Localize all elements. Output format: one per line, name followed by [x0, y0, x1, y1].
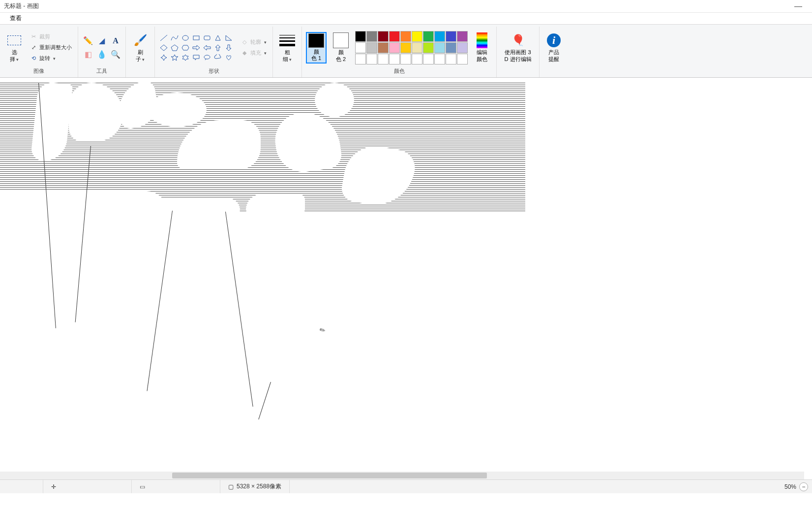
svg-marker-12: [226, 45, 231, 51]
color-swatch[interactable]: [400, 54, 411, 64]
svg-point-16: [204, 55, 210, 59]
color-swatch[interactable]: [355, 31, 366, 42]
color-swatch[interactable]: [423, 31, 434, 42]
status-dimensions: ▢ 5328 × 2588像素: [220, 480, 290, 493]
group-paint3d: 🎈 使用画图 3 D 进行编辑: [497, 27, 540, 77]
svg-marker-15: [182, 55, 188, 61]
zoom-control: 50% −: [784, 482, 808, 491]
shape-callout-oval[interactable]: [202, 53, 212, 62]
shape-callout-rect[interactable]: [191, 53, 201, 62]
color-swatch[interactable]: [366, 54, 377, 64]
group-shapes-label: 形状: [209, 66, 219, 75]
pencil-tool[interactable]: ✏️: [82, 35, 94, 47]
color-swatch[interactable]: [457, 31, 468, 42]
shape-arrow-r[interactable]: [191, 43, 201, 52]
shape-polygon[interactable]: [213, 33, 223, 42]
outline-button[interactable]: ◇轮廓: [239, 37, 269, 47]
color-swatch[interactable]: [423, 42, 434, 53]
shape-arrow-u[interactable]: [213, 43, 223, 52]
svg-marker-8: [182, 45, 189, 50]
menu-view[interactable]: 查看: [6, 13, 26, 24]
color-swatch[interactable]: [412, 54, 422, 64]
magnifier-tool[interactable]: 🔍: [110, 49, 121, 61]
color-swatch[interactable]: [378, 54, 389, 64]
color1-button[interactable]: 颜 色 1: [306, 32, 327, 64]
crop-button[interactable]: ✂裁剪: [28, 32, 74, 42]
svg-marker-13: [161, 55, 167, 61]
canvas[interactable]: ✎: [0, 78, 812, 479]
color-swatch[interactable]: [366, 42, 377, 53]
color-swatch[interactable]: [389, 31, 400, 42]
statusbar: ✛ ▭ ▢ 5328 × 2588像素 50% −: [0, 479, 812, 493]
group-image: 选 择 ✂裁剪 ⤢重新调整大小 ⟲旋转 图像: [0, 27, 78, 77]
color-swatch[interactable]: [378, 42, 389, 53]
svg-marker-10: [204, 45, 211, 50]
color-swatch[interactable]: [457, 42, 468, 53]
color-swatch[interactable]: [389, 42, 400, 53]
ribbon: 选 择 ✂裁剪 ⤢重新调整大小 ⟲旋转 图像 ✏️ ◢ A ◧ 💧 🔍 工具: [0, 25, 812, 78]
shapes-gallery[interactable]: [159, 33, 234, 62]
titlebar: 无标题 - 画图 —: [0, 0, 812, 13]
scrollbar-thumb[interactable]: [172, 473, 487, 478]
svg-marker-6: [160, 45, 167, 51]
color-swatch[interactable]: [400, 31, 411, 42]
color-swatch[interactable]: [355, 54, 366, 64]
shape-triangle[interactable]: [224, 33, 234, 42]
shape-diamond[interactable]: [159, 43, 169, 52]
color-swatch[interactable]: [412, 31, 422, 42]
zoom-out-button[interactable]: −: [799, 482, 808, 491]
shape-arrow-d[interactable]: [224, 43, 234, 52]
color-swatch[interactable]: [423, 54, 434, 64]
resize-button[interactable]: ⤢重新调整大小: [28, 43, 74, 53]
color-swatch[interactable]: [434, 42, 445, 53]
shape-star4[interactable]: [159, 53, 169, 62]
color-swatch[interactable]: [446, 42, 456, 53]
shape-arrow-l[interactable]: [202, 43, 212, 52]
color-swatch[interactable]: [434, 31, 445, 42]
horizontal-scrollbar[interactable]: [0, 472, 804, 479]
status-cursor-pos: ✛: [43, 480, 132, 493]
color-swatch[interactable]: [366, 31, 377, 42]
group-colors: 颜 色 1 颜 色 2 编辑 颜色 颜色: [302, 27, 497, 77]
stroke-button[interactable]: 粗 细: [277, 32, 298, 64]
shape-callout-cloud[interactable]: [213, 53, 223, 62]
svg-rect-2: [193, 36, 199, 40]
fill-tool[interactable]: ◢: [96, 35, 108, 47]
shape-star5[interactable]: [170, 53, 180, 62]
color-swatch[interactable]: [389, 54, 400, 64]
shape-heart[interactable]: [224, 53, 234, 62]
color-swatch[interactable]: [400, 42, 411, 53]
picker-tool[interactable]: 💧: [96, 49, 108, 61]
fill-button[interactable]: ◆填充: [239, 48, 269, 58]
color-swatch[interactable]: [457, 54, 468, 64]
color-swatch[interactable]: [355, 42, 366, 53]
shape-rect[interactable]: [191, 33, 201, 42]
text-tool[interactable]: A: [110, 35, 121, 47]
shape-curve[interactable]: [170, 33, 180, 42]
color-swatch[interactable]: [412, 42, 422, 53]
edit-colors-button[interactable]: 编辑 颜色: [472, 32, 492, 64]
color-swatch[interactable]: [446, 54, 456, 64]
eraser-tool[interactable]: ◧: [82, 49, 94, 61]
minimize-button[interactable]: —: [788, 2, 808, 11]
color-swatch[interactable]: [434, 54, 445, 64]
svg-marker-5: [226, 35, 232, 40]
brushes-button[interactable]: 🖌️ 刷 子: [130, 32, 150, 64]
svg-line-0: [160, 35, 167, 41]
shape-star6[interactable]: [180, 53, 190, 62]
shape-line[interactable]: [159, 33, 169, 42]
shape-hexagon[interactable]: [180, 43, 190, 52]
paint3d-button[interactable]: 🎈 使用画图 3 D 进行编辑: [501, 32, 535, 64]
shape-oval[interactable]: [180, 33, 190, 42]
color-swatch[interactable]: [446, 31, 456, 42]
color2-button[interactable]: 颜 色 2: [331, 32, 351, 64]
shape-pentagon[interactable]: [170, 43, 180, 52]
svg-marker-14: [171, 55, 178, 61]
svg-marker-11: [215, 45, 220, 51]
product-alert-button[interactable]: i 产品 提醒: [543, 32, 564, 64]
select-button[interactable]: 选 择: [4, 32, 25, 64]
shape-roundrect[interactable]: [202, 33, 212, 42]
color-swatch[interactable]: [378, 31, 389, 42]
group-shapes: ◇轮廓 ◆填充 形状: [155, 27, 273, 77]
rotate-button[interactable]: ⟲旋转: [28, 54, 74, 64]
